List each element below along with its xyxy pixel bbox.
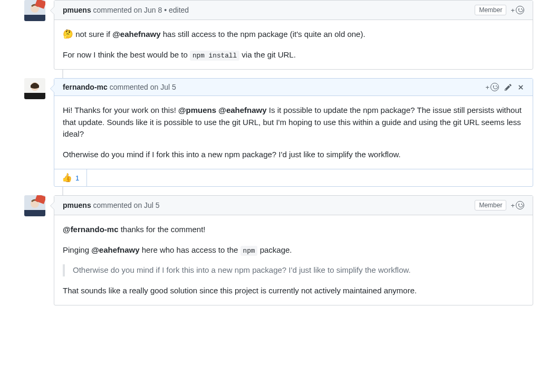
add-reaction-button[interactable]: + bbox=[511, 6, 524, 14]
smiley-icon bbox=[516, 201, 524, 209]
comment-timestamp: commented on Jul 5 bbox=[110, 83, 176, 91]
avatar[interactable] bbox=[24, 0, 45, 21]
thumbs-up-reaction[interactable]: 👍 1 bbox=[54, 169, 87, 186]
pencil-icon bbox=[504, 83, 512, 91]
comment-header: pmuens commented on Jul 5 Member + bbox=[54, 196, 533, 215]
comment-actions: + bbox=[485, 83, 524, 91]
reaction-count: 1 bbox=[75, 174, 79, 182]
timeline: pmuens commented on Jun 8 • edited Membe… bbox=[16, 0, 533, 305]
smiley-icon bbox=[516, 6, 524, 14]
smiley-icon bbox=[490, 83, 499, 91]
author-link[interactable]: fernando-mc bbox=[63, 83, 108, 91]
comment-item: pmuens commented on Jul 5 Member + @fern… bbox=[54, 195, 533, 305]
avatar[interactable] bbox=[24, 78, 45, 99]
comment-item: fernando-mc commented on Jul 5 + Hi! Tha… bbox=[54, 78, 533, 187]
inline-code: npm bbox=[240, 246, 258, 256]
user-mention[interactable]: @eahefnawy bbox=[218, 106, 266, 114]
author-link[interactable]: pmuens bbox=[63, 6, 91, 14]
user-mention[interactable]: @pmuens bbox=[178, 106, 216, 114]
comment: pmuens commented on Jul 5 Member + @fern… bbox=[54, 195, 533, 305]
add-reaction-button[interactable]: + bbox=[511, 201, 524, 209]
comment-meta: pmuens commented on Jul 5 bbox=[63, 201, 475, 209]
comment-actions: + bbox=[511, 201, 524, 209]
delete-button[interactable] bbox=[517, 84, 524, 91]
thumbs-up-icon: 👍 bbox=[62, 174, 72, 182]
comment-header: fernando-mc commented on Jul 5 + bbox=[54, 79, 533, 96]
comment-meta: fernando-mc commented on Jul 5 bbox=[63, 83, 485, 91]
x-icon bbox=[517, 84, 524, 91]
comment: pmuens commented on Jun 8 • edited Membe… bbox=[54, 0, 533, 70]
comment-timestamp: commented on Jun 8 • edited bbox=[93, 6, 189, 14]
svg-rect-8 bbox=[24, 210, 45, 216]
comment-item: pmuens commented on Jun 8 • edited Membe… bbox=[54, 0, 533, 70]
comment-body: @fernando-mc thanks for the comment! Pin… bbox=[54, 215, 533, 305]
comment: fernando-mc commented on Jul 5 + Hi! Tha… bbox=[54, 78, 533, 187]
user-mention[interactable]: @fernando-mc bbox=[63, 225, 118, 234]
thinking-face-emoji: 🤔 bbox=[63, 30, 73, 39]
edit-button[interactable] bbox=[504, 83, 512, 91]
comment-timestamp: commented on Jul 5 bbox=[93, 201, 160, 209]
svg-rect-1 bbox=[24, 15, 45, 21]
member-badge: Member bbox=[475, 5, 506, 15]
comment-actions: + bbox=[511, 6, 524, 14]
comment-meta: pmuens commented on Jun 8 • edited bbox=[63, 6, 475, 14]
user-mention[interactable]: @eahefnawy bbox=[112, 30, 160, 39]
comment-body: Hi! Thanks for your work on this! @pmuen… bbox=[54, 96, 533, 169]
user-mention[interactable]: @eahefnawy bbox=[91, 245, 139, 254]
comment-header: pmuens commented on Jun 8 • edited Membe… bbox=[54, 1, 533, 20]
member-badge: Member bbox=[475, 200, 506, 211]
comment-body: 🤔 not sure if @eahefnawy has still acces… bbox=[54, 20, 533, 69]
inline-code: npm install bbox=[190, 51, 239, 61]
blockquote: Otherwise do you mind if I fork this int… bbox=[63, 264, 524, 276]
svg-rect-5 bbox=[24, 93, 45, 99]
avatar[interactable] bbox=[24, 195, 45, 216]
author-link[interactable]: pmuens bbox=[63, 201, 91, 209]
add-reaction-button[interactable]: + bbox=[485, 83, 499, 91]
reactions-bar: 👍 1 bbox=[54, 169, 533, 186]
